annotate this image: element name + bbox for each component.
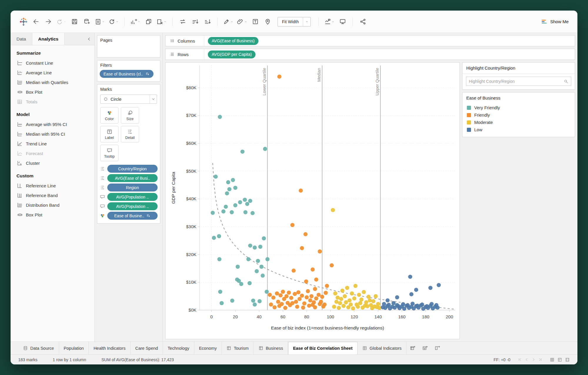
scatter-point[interactable] bbox=[237, 279, 241, 283]
scatter-point[interactable] bbox=[280, 302, 284, 306]
scatter-point[interactable] bbox=[345, 286, 349, 290]
sheet-tab-economy[interactable]: Economy bbox=[194, 342, 222, 354]
scatter-point[interactable] bbox=[342, 304, 346, 308]
scatter-point[interactable] bbox=[289, 296, 293, 300]
highlight-search-input[interactable] bbox=[469, 79, 562, 84]
scatter-point[interactable] bbox=[395, 295, 399, 300]
scatter-point[interactable] bbox=[231, 178, 235, 182]
scatter-point[interactable] bbox=[295, 305, 299, 309]
show-sheet-sorter-button[interactable] bbox=[550, 357, 554, 362]
sheet-tab-data-source[interactable]: Data Source bbox=[18, 342, 59, 354]
scatter-point[interactable] bbox=[226, 180, 230, 184]
scatter-point[interactable] bbox=[269, 302, 273, 307]
highlight-search-box[interactable] bbox=[466, 77, 571, 86]
scatter-point[interactable] bbox=[307, 304, 311, 308]
scatter-point[interactable] bbox=[335, 295, 340, 300]
back-button[interactable] bbox=[31, 16, 41, 27]
scatter-point[interactable] bbox=[258, 245, 262, 249]
scatter-point[interactable] bbox=[296, 290, 300, 294]
scatter-point[interactable] bbox=[233, 203, 237, 207]
scatter-point[interactable] bbox=[255, 269, 259, 273]
analytics-item-median-with-quartiles[interactable]: Median with Quartiles bbox=[11, 78, 94, 87]
scatter-point[interactable] bbox=[309, 294, 313, 298]
pill-avg-gdp-per-capita[interactable]: AVG(GDP per Capita) bbox=[208, 51, 255, 58]
mark-label-button[interactable]: Label bbox=[100, 126, 118, 142]
sheet-tab-tourism[interactable]: Tourism bbox=[222, 342, 254, 354]
scatter-point[interactable] bbox=[340, 289, 345, 293]
chart-canvas[interactable]: Lower QuartileMedianUpper Quartile$0K$10… bbox=[165, 62, 460, 339]
analytics-item-distribution-band[interactable]: Distribution Band bbox=[11, 200, 94, 210]
scatter-point[interactable] bbox=[245, 202, 249, 206]
scatter-point[interactable] bbox=[230, 299, 234, 303]
sheet-tab-global-indicators[interactable]: Global Indicators bbox=[358, 342, 407, 354]
new-dashboard-button[interactable] bbox=[419, 342, 431, 354]
scatter-point[interactable] bbox=[294, 300, 298, 304]
scatter-point[interactable] bbox=[212, 236, 216, 240]
scatter-point[interactable] bbox=[217, 234, 221, 238]
mark-tooltip-button[interactable]: Tooltip bbox=[100, 145, 118, 161]
scatter-point[interactable] bbox=[246, 257, 250, 261]
presentation-button[interactable] bbox=[337, 16, 348, 27]
tableau-logo-button[interactable] bbox=[18, 16, 29, 27]
pill-ease-of-busine[interactable]: Ease of Busine.. bbox=[107, 212, 158, 220]
chevron-down-icon[interactable] bbox=[150, 95, 157, 103]
new-sheet-button[interactable] bbox=[129, 16, 141, 27]
scatter-point[interactable] bbox=[314, 296, 318, 300]
scatter-point[interactable] bbox=[284, 294, 288, 298]
analytics-item-reference-band[interactable]: Reference Band bbox=[11, 191, 94, 200]
scatter-point[interactable] bbox=[339, 297, 343, 301]
scatter-point[interactable] bbox=[253, 302, 257, 307]
scatter-point[interactable] bbox=[324, 291, 328, 295]
scatter-point[interactable] bbox=[367, 295, 371, 299]
scatter-point[interactable] bbox=[310, 303, 315, 307]
filters-shelf[interactable]: Filters Ease of Business (cl.. bbox=[97, 60, 160, 82]
scatter-point[interactable] bbox=[344, 300, 348, 305]
scatter-point[interactable] bbox=[377, 306, 381, 310]
scatter-point[interactable] bbox=[256, 259, 260, 263]
scatter-point[interactable] bbox=[248, 199, 252, 203]
scatter-point[interactable] bbox=[265, 257, 270, 261]
scatter-point[interactable] bbox=[387, 303, 391, 307]
scatter-point[interactable] bbox=[318, 302, 322, 306]
mark-type-select[interactable]: Circle bbox=[100, 95, 157, 104]
scatter-point[interactable] bbox=[305, 295, 309, 300]
legend-item-low[interactable]: Low bbox=[462, 126, 575, 133]
first-sheet-button[interactable] bbox=[518, 358, 522, 361]
scatter-point[interactable] bbox=[224, 205, 228, 209]
scatter-point[interactable] bbox=[302, 301, 306, 305]
scatter-point[interactable] bbox=[410, 302, 415, 306]
scatter-point[interactable] bbox=[351, 306, 355, 310]
pill-region[interactable]: Region bbox=[107, 184, 158, 191]
scatter-point[interactable] bbox=[236, 265, 240, 269]
last-sheet-button[interactable] bbox=[538, 358, 542, 361]
collapse-pane-button[interactable] bbox=[84, 33, 94, 45]
pill-avg-ease-of-busi[interactable]: AVG(Ease of Busi.. bbox=[107, 174, 158, 182]
scatter-point[interactable] bbox=[382, 302, 386, 306]
scatter-point[interactable] bbox=[259, 265, 263, 269]
scatter-point[interactable] bbox=[434, 303, 438, 307]
scatter-point[interactable] bbox=[368, 298, 372, 302]
scatter-point[interactable] bbox=[293, 292, 297, 296]
swap-axes-button[interactable] bbox=[177, 16, 188, 27]
duplicate-button[interactable] bbox=[143, 16, 154, 27]
scatter-point[interactable] bbox=[330, 263, 334, 268]
scatter-point[interactable] bbox=[300, 246, 304, 250]
refresh-button[interactable] bbox=[108, 16, 120, 27]
scatter-point[interactable] bbox=[406, 303, 410, 307]
next-sheet-button[interactable] bbox=[532, 358, 535, 361]
scatter-point[interactable] bbox=[306, 289, 310, 293]
scatter-point[interactable] bbox=[314, 278, 318, 282]
scatter-point[interactable] bbox=[248, 243, 252, 248]
scatter-point[interactable] bbox=[233, 186, 237, 190]
show-labels-button[interactable] bbox=[250, 16, 260, 27]
scatter-point[interactable] bbox=[261, 274, 265, 278]
scatter-point[interactable] bbox=[363, 304, 367, 308]
scatter-point[interactable] bbox=[358, 301, 362, 305]
scatter-point[interactable] bbox=[271, 295, 275, 300]
analytics-item-box-plot[interactable]: Box Plot bbox=[11, 210, 94, 220]
scatter-point[interactable] bbox=[308, 298, 312, 302]
scatter-point[interactable] bbox=[331, 208, 335, 212]
scatter-point[interactable] bbox=[353, 284, 358, 288]
legend-item-friendly[interactable]: Friendly bbox=[462, 111, 575, 119]
mark-size-button[interactable]: Size bbox=[121, 107, 139, 124]
